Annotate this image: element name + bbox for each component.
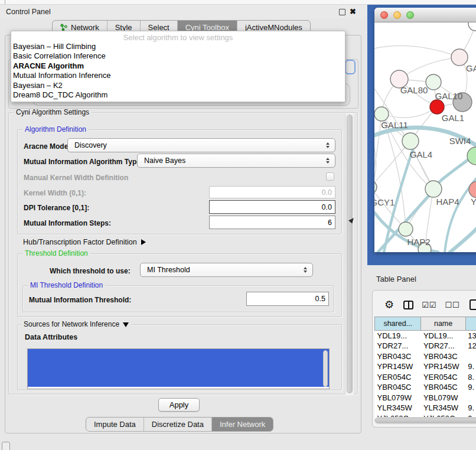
threshold-definition-group: Threshold Definition Which threshold to …	[17, 253, 342, 317]
network-canvas[interactable]: GAL80 GAL10 GAL1 GAL11 GAL4 SWI4 HAP4 HA…	[374, 22, 476, 252]
bottom-tabbar: Impute Data Discretize Data Infer Networ…	[86, 417, 273, 432]
network-node-swi4[interactable]	[467, 147, 476, 165]
network-node-gal10[interactable]	[426, 74, 441, 90]
control-panel: Control Panel ✖ Network Style Select	[0, 5, 366, 434]
node-label: GAL4	[410, 149, 432, 159]
cyni-algorithm-settings-group: Cyni Algorithm Settings Algorithm Defini…	[8, 112, 358, 394]
table-row[interactable]: YDR27... YDR27... 12	[375, 341, 476, 351]
table-row[interactable]: YDL19... YDL19... 13	[375, 331, 476, 341]
settings-group-title: Cyni Algorithm Settings	[14, 108, 92, 116]
algorithm-dropdown: Select algorithm to view settings Bayesi…	[11, 31, 345, 102]
aracne-mode-combobox[interactable]: Discovery	[67, 138, 335, 152]
network-view-panel: GAL80 GAL10 GAL1 GAL11 GAL4 SWI4 HAP4 HA…	[367, 5, 476, 265]
table-panel-title: Table Panel	[376, 275, 416, 283]
attribute-list-item[interactable]	[28, 358, 329, 368]
network-node-gal-cut[interactable]	[451, 49, 468, 66]
aracne-mode-label: Aracne Mode:	[24, 142, 70, 151]
attribute-list-item[interactable]	[28, 368, 329, 377]
table-row[interactable]: YBR043C YBR043C	[375, 351, 476, 362]
network-node-gal1[interactable]	[430, 100, 444, 114]
mi-algorithm-type-combobox[interactable]: Naive Bayes	[137, 154, 335, 168]
algorithm-option[interactable]: Bayesian – Hill Climbing	[11, 42, 345, 51]
table-toolbar: ⚙ ☑☑ ☐☐	[373, 295, 476, 314]
algorithm-definition-group: Algorithm Definition Aracne Mode: Discov…	[17, 129, 342, 234]
apply-button[interactable]: Apply	[158, 398, 200, 412]
close-traffic-light-icon[interactable]	[380, 11, 388, 19]
network-node-hap2[interactable]	[399, 222, 413, 236]
which-threshold-label: Which threshold to use:	[50, 267, 131, 275]
kernel-width-field[interactable]	[209, 186, 335, 198]
table-row[interactable]: YLR345W YLR345W 9.	[375, 403, 476, 413]
settings-vertical-scrollbar[interactable]	[345, 113, 354, 394]
table-row[interactable]: YER054C YER054C 8.	[375, 372, 476, 383]
network-node-gal4[interactable]	[402, 133, 419, 149]
columns-icon[interactable]	[403, 301, 413, 309]
list-scrollbar[interactable]	[323, 350, 328, 387]
data-attributes-label: Data Attributes	[25, 333, 77, 341]
table-row[interactable]: YBR045C YBR045C 9.	[375, 382, 476, 393]
node-label: HAP4	[436, 197, 459, 207]
node-label: SWI4	[449, 136, 471, 146]
node-label: GAL10	[435, 91, 463, 101]
network-window-titlebar[interactable]	[374, 8, 476, 22]
expanded-arrow-icon	[123, 322, 129, 327]
hub-definition-toggle[interactable]: Hub/Transcription Factor Definition	[23, 238, 146, 246]
network-node-gcy1[interactable]	[374, 181, 377, 194]
corner-widget-icon[interactable]	[2, 442, 10, 450]
attribute-list-item[interactable]	[28, 377, 329, 387]
tab-impute-data[interactable]: Impute Data	[86, 418, 144, 431]
table-panel-body: ⚙ ☑☑ ☐☐ shared... name A YDL19... YDL19.…	[372, 290, 476, 428]
mi-steps-label: Mutual Information Steps:	[24, 219, 111, 227]
algorithm-option[interactable]: Bayesian – K2	[11, 81, 345, 90]
sources-group: Sources for Network Inference Data Attri…	[17, 324, 342, 390]
dpi-tolerance-label: DPI Tolerance [0,1]:	[24, 204, 89, 212]
network-node-hap4[interactable]	[425, 181, 442, 197]
minimize-traffic-light-icon[interactable]	[393, 11, 401, 19]
control-panel-title: Control Panel	[6, 8, 51, 16]
node-label: GAL11	[381, 120, 408, 130]
table-horizontal-scrollbar[interactable]	[374, 417, 476, 425]
deselect-all-checkboxes-icon[interactable]: ☐☐	[445, 301, 459, 309]
combo-arrows-icon	[304, 267, 307, 273]
network-node-y-cut[interactable]	[469, 181, 476, 198]
tab-discretize-data[interactable]: Discretize Data	[144, 418, 211, 431]
collapsed-arrow-icon	[141, 239, 146, 245]
manual-kernel-label: Manual Kernel Width Definition	[24, 174, 128, 182]
network-graph: GAL80 GAL10 GAL1 GAL11 GAL4 SWI4 HAP4 HA…	[374, 22, 476, 252]
node-attribute-table: shared... name A YDL19... YDL19... 13 YD…	[374, 317, 476, 423]
algorithm-definition-title: Algorithm Definition	[22, 125, 89, 133]
node-label: GCY1	[374, 197, 395, 207]
manual-kernel-checkbox[interactable]	[326, 172, 334, 181]
column-header-a[interactable]: A	[465, 317, 476, 331]
algorithm-dropdown-placeholder: Select algorithm to view settings	[11, 31, 345, 42]
float-window-icon[interactable]	[339, 9, 345, 15]
network-node-gal11[interactable]	[374, 107, 389, 121]
which-threshold-combobox[interactable]: MI Threshold	[140, 263, 313, 277]
new-table-icon[interactable]	[470, 299, 476, 310]
zoom-traffic-light-icon[interactable]	[406, 11, 414, 19]
dpi-tolerance-field[interactable]	[209, 200, 335, 214]
table-row[interactable]: YPR145W YPR145W 9.	[375, 361, 476, 372]
app-root: Control Panel ✖ Network Style Select	[0, 0, 476, 450]
algorithm-option[interactable]: Dream8 DC_TDC Algorithm	[11, 90, 345, 100]
algorithm-option[interactable]: Basic Correlation Inference	[11, 51, 345, 61]
attribute-list-item[interactable]	[28, 349, 329, 358]
node-label: GAL80	[400, 85, 428, 95]
select-all-checkboxes-icon[interactable]: ☑☑	[422, 301, 436, 309]
control-panel-titlebar: Control Panel ✖	[0, 5, 366, 19]
mi-steps-field[interactable]	[209, 216, 335, 229]
column-header-shared[interactable]: shared...	[375, 317, 421, 331]
mi-threshold-field[interactable]	[246, 292, 329, 306]
splitter-nub[interactable]	[5, 0, 5, 4]
combo-arrows-icon	[326, 158, 330, 164]
table-row[interactable]: YBL079W YBL079W	[375, 393, 476, 403]
column-header-name[interactable]: name	[421, 317, 465, 331]
close-icon[interactable]: ✖	[350, 7, 356, 16]
gear-icon[interactable]: ⚙	[384, 299, 394, 310]
algorithm-option[interactable]: Mutual Information Inference	[11, 71, 345, 80]
tab-infer-network[interactable]: Infer Network	[211, 418, 273, 431]
table-panel: Table Panel ⚙ ☑☑ ☐☐ shared... name A	[367, 265, 476, 450]
algorithm-option-highlighted[interactable]: ARACNE Algorithm	[11, 61, 345, 71]
node-label: GAL1	[442, 113, 464, 123]
network-node[interactable]	[468, 22, 476, 31]
